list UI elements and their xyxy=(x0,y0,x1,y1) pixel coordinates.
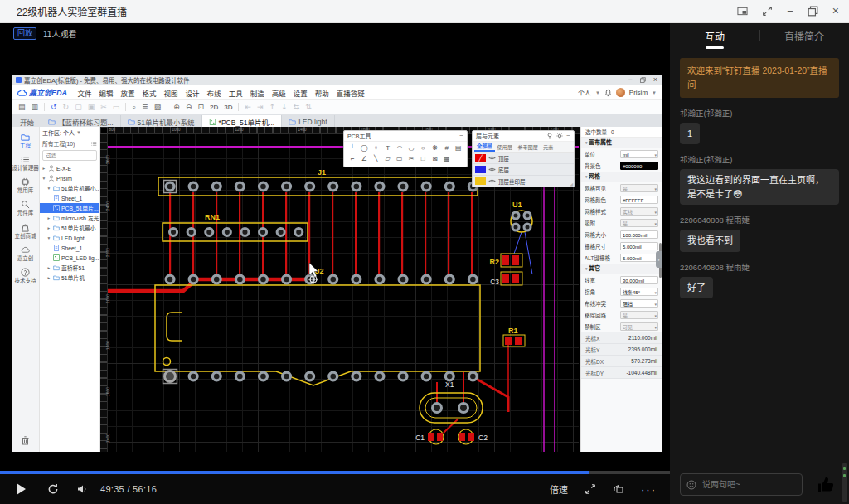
menu-place[interactable]: 放置 xyxy=(117,88,138,98)
section-other[interactable]: 其它 xyxy=(581,264,662,274)
zoom-in-icon[interactable]: ⊕ xyxy=(173,104,180,111)
tree-filter-input[interactable] xyxy=(43,153,96,158)
menu-settings[interactable]: 设置 xyxy=(289,88,311,98)
tool-rect-icon[interactable]: □ xyxy=(417,153,429,164)
menu-design[interactable]: 设计 xyxy=(182,88,203,98)
tab-interaction[interactable]: 互动 xyxy=(670,29,759,43)
playback-speed-button[interactable]: 倍速 xyxy=(550,482,568,496)
layer-row-bottom[interactable]: 底层 xyxy=(473,164,574,176)
more-options-icon[interactable]: ··· xyxy=(641,483,657,496)
mini-player-icon[interactable] xyxy=(737,6,748,17)
cut-icon[interactable]: ✂ xyxy=(100,104,107,111)
rail-common-library[interactable]: 常用库 xyxy=(12,174,39,196)
conflict-select[interactable]: 阻挡 xyxy=(620,299,658,308)
play-button[interactable] xyxy=(17,483,26,495)
distribute-v-icon[interactable]: ⇅ xyxy=(305,104,312,111)
menu-file[interactable]: 文件 xyxy=(74,88,95,98)
tool-circle-icon[interactable]: ◯ xyxy=(358,143,370,153)
tool-corner-icon[interactable]: ⌐ xyxy=(347,153,358,164)
rail-component-library[interactable]: 元件库 xyxy=(12,196,39,219)
zoom-out-icon[interactable]: ⊖ xyxy=(186,104,192,111)
panel-resize-handle[interactable]: ◢ xyxy=(570,182,573,187)
tool-via-icon[interactable]: ♀ xyxy=(370,143,381,153)
tab-led-light[interactable]: LED light xyxy=(282,115,335,128)
layer-tab-reference[interactable]: 参考图层 xyxy=(515,143,541,151)
view-3d-button[interactable]: 3D xyxy=(224,104,232,111)
workspace-row[interactable]: 工作区: 个人▼ xyxy=(40,127,99,138)
eye-icon[interactable] xyxy=(488,155,496,161)
design-manager-icon[interactable]: ≣ xyxy=(142,104,148,111)
save-all-icon[interactable]: ▥ xyxy=(32,104,39,111)
tool-arc-any-icon[interactable]: ◡ xyxy=(405,143,417,153)
avatar[interactable] xyxy=(616,88,625,97)
align-left-icon[interactable]: ⇤ xyxy=(245,104,251,111)
eda-titlebar[interactable]: 嘉立创EDA(标准版) - 免费、易用、强大的在线电路设计软件 − × xyxy=(12,75,662,85)
pcb-canvas-area[interactable]: J1 RN1 U2 U1 R2 R1 C3 X1 C1 C2 xyxy=(100,127,580,452)
menu-help[interactable]: 帮助 xyxy=(311,88,332,98)
copy-icon[interactable]: ▣ xyxy=(88,104,95,111)
menu-fabrication[interactable]: 制造 xyxy=(246,88,268,98)
delete-icon[interactable]: ▭ xyxy=(113,104,120,111)
rail-design-manager[interactable]: 设计管理器 xyxy=(12,152,39,174)
section-canvas-props[interactable]: 画布属性 xyxy=(581,138,662,148)
like-button[interactable] xyxy=(816,474,836,494)
snap-select[interactable]: 是 xyxy=(620,219,658,227)
restore-icon[interactable] xyxy=(808,6,818,17)
view-toggle-icon[interactable] xyxy=(91,141,97,147)
eda-minimize-icon[interactable]: − xyxy=(628,76,632,84)
eye-icon[interactable] xyxy=(488,167,496,172)
tree-project-51min[interactable]: ▾51单片机最小... xyxy=(40,183,99,193)
menu-live-qa[interactable]: 直播答疑 xyxy=(332,88,368,98)
fullscreen-icon[interactable] xyxy=(585,483,596,495)
rail-tech-support[interactable]: 技术支持 xyxy=(12,264,39,287)
layer-tab-used[interactable]: 使用层 xyxy=(495,143,516,151)
tree-project-51min-2[interactable]: ▸51单片机最小... xyxy=(40,223,99,233)
tool-dimension-icon[interactable]: # xyxy=(441,143,453,153)
preview-icon[interactable]: ▧ xyxy=(154,104,162,111)
tree-pcb51-selected[interactable]: PCB_51单片... xyxy=(40,203,99,213)
unit-select[interactable]: mil xyxy=(620,150,658,158)
menu-view[interactable]: 视图 xyxy=(160,88,182,98)
tree-user-prisim[interactable]: ▾Prisim xyxy=(40,173,99,183)
tool-track-icon[interactable]: └ xyxy=(347,143,358,153)
track-width-field[interactable]: 30.000mil xyxy=(620,276,658,284)
tree-project-51mcu[interactable]: ▸51单片机 xyxy=(40,273,99,283)
layer-tab-elements[interactable]: 元素 xyxy=(541,143,555,151)
tool-angle-icon[interactable]: ∠ xyxy=(358,153,370,164)
menu-tools[interactable]: 工具 xyxy=(225,88,246,98)
panel-collapse-handle[interactable]: › xyxy=(656,251,662,268)
tool-text-icon[interactable]: T xyxy=(382,143,394,153)
close-icon[interactable]: × xyxy=(832,6,839,17)
distribute-h-icon[interactable]: ⇆ xyxy=(294,104,300,111)
alt-snap-field[interactable]: 5.000mil xyxy=(620,254,658,262)
tab-51-min-system[interactable]: 51单片机最小系统 xyxy=(121,115,202,128)
layer-row-top[interactable]: ╱ 顶层 xyxy=(473,153,574,164)
tool-panelize-icon[interactable]: ▦ xyxy=(441,153,453,164)
reload-icon[interactable] xyxy=(47,483,59,495)
eda-close-icon[interactable]: × xyxy=(653,76,657,84)
background-color-field[interactable]: #000000 xyxy=(620,162,658,170)
tool-copper-area-icon[interactable]: ▭ xyxy=(394,153,405,164)
tool-pan-icon[interactable]: ❋ xyxy=(429,143,440,153)
tab-start[interactable]: 开始 xyxy=(13,115,41,128)
search-icon[interactable]: ⌕ xyxy=(132,104,136,111)
rail-lcsc-mall[interactable]: 立创商城 xyxy=(12,220,39,242)
align-top-icon[interactable]: ↥ xyxy=(269,104,276,111)
menu-advanced[interactable]: 高级 xyxy=(268,88,289,98)
menu-format[interactable]: 格式 xyxy=(138,88,160,98)
layer-tab-all[interactable]: 全部层 xyxy=(474,142,495,152)
layers-panel-titlebar[interactable]: 层与元素 − xyxy=(473,131,574,142)
tree-user-exe[interactable]: ▸E-X-E xyxy=(40,163,99,173)
section-grid[interactable]: 网格 xyxy=(581,172,662,182)
emoji-icon[interactable] xyxy=(686,480,696,490)
chat-scrollbar[interactable] xyxy=(842,463,847,502)
align-right-icon[interactable]: ⇥ xyxy=(257,104,264,111)
layer-row-top-silk[interactable]: 顶层丝印层 xyxy=(473,176,574,187)
minimize-icon[interactable]: − xyxy=(787,6,793,17)
rail-jlc[interactable]: 嘉立创 xyxy=(12,242,39,264)
rail-project[interactable]: 工程 xyxy=(12,129,39,152)
workspace-switcher[interactable]: 个人 xyxy=(578,88,591,97)
undo-icon[interactable]: ↺ xyxy=(51,104,57,111)
chat-input[interactable] xyxy=(701,479,802,490)
volume-icon[interactable] xyxy=(77,483,89,495)
